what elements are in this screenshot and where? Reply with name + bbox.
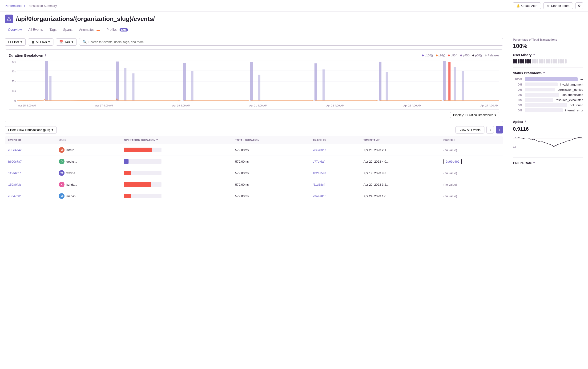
- status-row: 0% permission_denied: [513, 88, 583, 91]
- svg-rect-13: [258, 75, 260, 101]
- divider-2: [513, 116, 583, 116]
- events-table: EVENT ID USER OPERATION DURATION ? TOTAL…: [5, 136, 503, 202]
- username: kzhda...: [66, 183, 77, 186]
- operation-duration-cell: [121, 190, 232, 202]
- profile-cell: (no value): [440, 144, 503, 156]
- event-id-link[interactable]: 159a0fab: [8, 183, 21, 186]
- duration-bar: [124, 148, 152, 152]
- trace-id-link[interactable]: e77ef6af: [313, 160, 325, 163]
- apdex-title: Apdex ?: [513, 120, 583, 124]
- gear-icon: ⚙: [578, 4, 581, 8]
- tab-overview[interactable]: Overview: [5, 25, 25, 34]
- search-box[interactable]: 🔍: [79, 38, 503, 46]
- event-id-cell: 159a0fab: [5, 179, 55, 190]
- create-alert-button[interactable]: 🔔 Create Alert: [513, 2, 541, 9]
- apdex-chart-svg: 0.9 0.8: [513, 134, 583, 153]
- filter-button[interactable]: ⊟ Filter ▾: [5, 38, 26, 46]
- display-button[interactable]: Display: Duration Breakdown ▾: [450, 112, 499, 118]
- tab-anomalies[interactable]: Anomalies: [76, 25, 103, 34]
- breadcrumb-current: Transaction Summary: [27, 4, 57, 8]
- status-help-icon[interactable]: ?: [543, 71, 545, 75]
- event-id-link[interactable]: 1f6ed2d7: [8, 171, 21, 175]
- failure-rate-help-icon[interactable]: ?: [533, 161, 535, 165]
- trace-id-link[interactable]: f61d38c4: [313, 183, 325, 186]
- slow-transactions-filter[interactable]: Filter: Slow Transactions (p95) ▾: [5, 126, 57, 133]
- trace-id-cell: f61d38c4: [309, 179, 360, 190]
- pct-transactions-section: Percentage of Total Transactions 100%: [513, 38, 583, 49]
- settings-button[interactable]: ⚙: [575, 2, 583, 9]
- total-duration-cell: 579.00ms: [232, 156, 309, 167]
- breadcrumb-performance[interactable]: Performance: [5, 4, 22, 8]
- star-icon: ☆: [547, 4, 550, 8]
- event-id-link[interactable]: c55c4d42: [8, 148, 21, 152]
- table-row: c5647d81 M marvin... 579.00ms73aae81fApr…: [5, 190, 503, 202]
- profile-link[interactable]: 2d99e4b2: [443, 159, 462, 164]
- status-bar-fill: [525, 77, 578, 81]
- col-timestamp: TIMESTAMP: [360, 136, 440, 144]
- date-icon: 📅: [59, 40, 63, 44]
- tab-profiles[interactable]: Profiles beta: [103, 25, 131, 34]
- event-id-cell: 1f6ed2d7: [5, 167, 55, 179]
- table-row: b600c7a7 G geeks... 579.00mse77ef6afApr …: [5, 156, 503, 167]
- tab-spans[interactable]: Spans: [60, 25, 76, 34]
- apdex-help-icon[interactable]: ?: [525, 120, 526, 123]
- svg-rect-7: [116, 61, 119, 101]
- filter-label: Filter:: [8, 128, 16, 132]
- date-chevron-icon: ▾: [72, 40, 73, 44]
- chart-help-icon[interactable]: ?: [45, 54, 46, 57]
- chart-legend: p100() p99() p95() p75(): [422, 54, 499, 57]
- date-filter-button[interactable]: 📅 14D ▾: [56, 38, 77, 46]
- page-title: /api/0/organizations/{organization_slug}…: [16, 15, 155, 23]
- trace-id-cell: e77ef6af: [309, 156, 360, 167]
- operation-duration-cell: [121, 179, 232, 190]
- duration-bar: [124, 182, 151, 187]
- avatar: W: [59, 170, 64, 176]
- user-cell: W wayne...: [55, 167, 121, 179]
- prev-page-button[interactable]: ‹: [486, 126, 494, 133]
- user-misery-help-icon[interactable]: ?: [533, 53, 535, 57]
- breadcrumb-sep: ›: [24, 4, 25, 8]
- user-cell-inner: M mfaro...: [59, 147, 117, 153]
- legend-dot-p50: [472, 55, 474, 56]
- chart-svg-container: Apr 15 4:00 AM Apr 17 4:00 AM Apr 19 4:0…: [17, 60, 499, 107]
- status-pct: 0%: [513, 93, 522, 97]
- event-id-link[interactable]: c5647d81: [8, 194, 22, 198]
- filter-chevron-icon: ▾: [21, 40, 22, 44]
- trace-id-link[interactable]: 73aae81f: [313, 194, 325, 198]
- svg-rect-21: [462, 71, 464, 101]
- svg-rect-5: [45, 61, 48, 101]
- filters-row: ⊟ Filter ▾ ▦ All Envs ▾ 📅 14D ▾ 🔍: [5, 38, 503, 46]
- trace-id-link[interactable]: 76c760d7: [313, 148, 326, 152]
- breadcrumb: Performance › Transaction Summary: [5, 4, 57, 8]
- status-row: 0% not_found: [513, 103, 583, 107]
- svg-rect-17: [386, 72, 388, 101]
- star-for-team-button[interactable]: ☆ Star for Team: [543, 2, 573, 9]
- event-id-link[interactable]: b600c7a7: [8, 160, 22, 163]
- timestamp-cell: Apr 22, 2023 4:0...: [360, 156, 440, 167]
- alpha-badge: [96, 30, 100, 31]
- calendar-icon: ▦: [32, 40, 34, 44]
- search-input[interactable]: [88, 40, 500, 44]
- duration-bar-container: [124, 159, 161, 164]
- status-pct: 0%: [513, 83, 522, 86]
- svg-rect-9: [132, 73, 134, 101]
- tab-tags[interactable]: Tags: [46, 25, 60, 34]
- total-duration-cell: 579.00ms: [232, 179, 309, 190]
- user-cell: M marvin...: [55, 190, 121, 202]
- next-page-button[interactable]: ›: [496, 126, 503, 133]
- status-name: permission_denied: [558, 88, 583, 91]
- status-name: resource_exhausted: [556, 98, 583, 102]
- sentry-logo: [5, 15, 13, 23]
- svg-rect-10: [183, 63, 186, 101]
- view-all-events-button[interactable]: View All Events: [455, 126, 484, 133]
- duration-bar-container: [124, 171, 161, 175]
- svg-text:0.9: 0.9: [513, 136, 516, 139]
- status-bar-bg: [525, 103, 567, 107]
- svg-rect-11: [191, 71, 193, 101]
- search-icon: 🔍: [83, 40, 87, 44]
- status-pct: 0%: [513, 98, 522, 102]
- tab-all-events[interactable]: All Events: [25, 25, 46, 34]
- env-filter-button[interactable]: ▦ All Envs ▾: [28, 38, 53, 46]
- legend-dot-p100: [422, 55, 424, 56]
- trace-id-link[interactable]: 1b2a759a: [313, 171, 326, 175]
